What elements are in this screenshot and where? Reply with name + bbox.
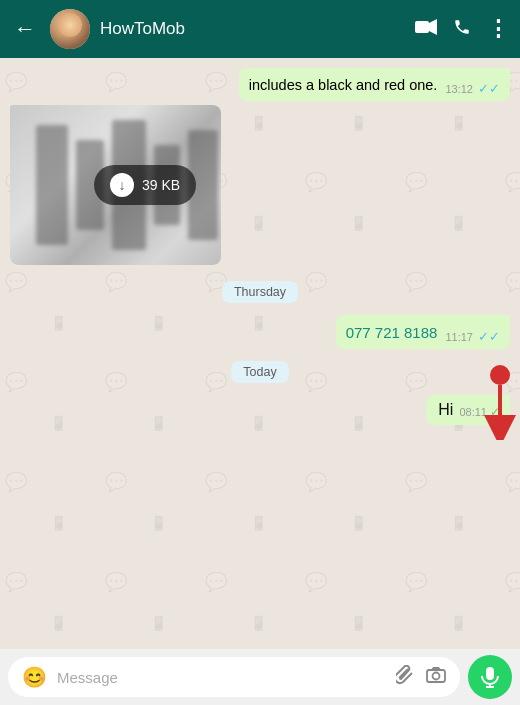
hi-message-container: Hi 08:11 ✓ xyxy=(426,395,510,425)
message-time: 13:12 ✓✓ xyxy=(445,82,500,95)
header-icons: ⋮ xyxy=(415,16,510,42)
date-divider-thursday: Thursday xyxy=(222,281,298,303)
red-dot xyxy=(490,365,510,385)
annotation xyxy=(480,365,520,440)
date-divider-today: Today xyxy=(231,361,288,383)
media-message-row: ↓ 39 KB 13:16 xyxy=(10,105,280,269)
media-thumbnail[interactable]: ↓ 39 KB 13:16 xyxy=(10,105,221,265)
chat-messages: includes a black and red one. 13:12 ✓✓ xyxy=(0,58,520,649)
back-button[interactable]: ← xyxy=(10,12,40,46)
red-arrow xyxy=(480,385,520,440)
download-button[interactable]: ↓ 39 KB xyxy=(94,165,196,205)
svg-rect-6 xyxy=(486,667,494,680)
phone-call-icon[interactable] xyxy=(453,18,471,41)
phone-number: 077 721 8188 xyxy=(346,322,438,343)
download-arrow-icon: ↓ xyxy=(110,173,134,197)
svg-point-5 xyxy=(433,673,440,680)
message-text: Hi xyxy=(438,401,453,419)
chat-header: ← HowToMob ⋮ xyxy=(0,0,520,58)
emoji-icon[interactable]: 😊 xyxy=(22,665,47,689)
video-call-icon[interactable] xyxy=(415,19,437,40)
mic-button[interactable] xyxy=(468,655,512,699)
phone-message: 077 721 8188 11:17 ✓✓ xyxy=(336,315,510,349)
message-time: 11:17 ✓✓ xyxy=(445,330,500,343)
contact-name[interactable]: HowToMob xyxy=(100,19,405,39)
svg-marker-1 xyxy=(429,19,437,35)
read-ticks: ✓✓ xyxy=(478,329,500,344)
input-bar: 😊 Message xyxy=(0,649,520,705)
message-input-field[interactable]: 😊 Message xyxy=(8,657,460,697)
message-placeholder[interactable]: Message xyxy=(57,669,386,686)
message-text: includes a black and red one. xyxy=(249,75,438,95)
file-size: 39 KB xyxy=(142,177,180,193)
avatar[interactable] xyxy=(50,9,90,49)
attach-icon[interactable] xyxy=(396,665,414,690)
bar1 xyxy=(36,125,68,245)
outgoing-message: includes a black and red one. 13:12 ✓✓ xyxy=(239,68,510,101)
svg-rect-0 xyxy=(415,21,429,33)
message-row: includes a black and red one. 13:12 ✓✓ xyxy=(10,68,510,101)
read-ticks: ✓✓ xyxy=(478,81,500,96)
input-right-icons xyxy=(396,665,446,690)
camera-icon[interactable] xyxy=(426,666,446,688)
media-message: ↓ 39 KB 13:16 xyxy=(10,105,221,265)
phone-message-row: 077 721 8188 11:17 ✓✓ xyxy=(10,315,510,349)
more-options-icon[interactable]: ⋮ xyxy=(487,16,510,42)
